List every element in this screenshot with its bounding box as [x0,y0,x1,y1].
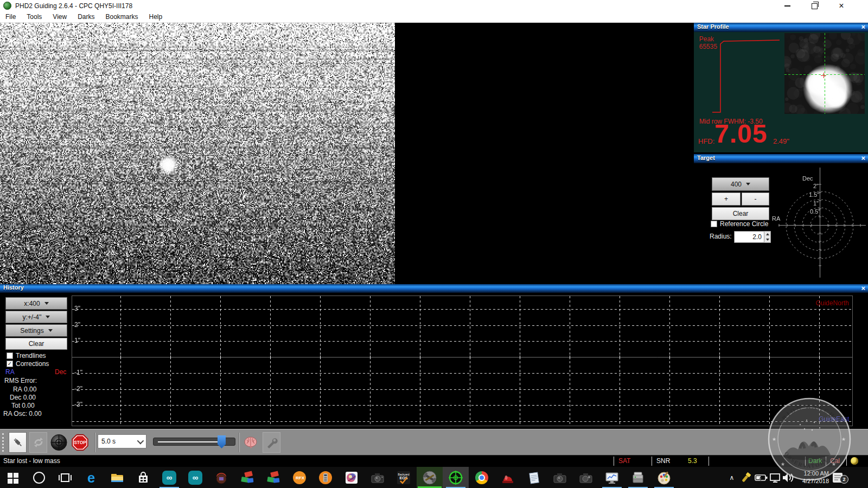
cortana-button[interactable] [26,467,52,488]
target-clear-button[interactable]: Clear [712,207,769,220]
toolbar-drag-handle[interactable] [2,433,6,452]
camera-app-button-2[interactable] [547,467,573,488]
rms-dec-label: Dec [10,394,21,401]
guide-camera-image[interactable] [0,23,395,284]
target-zoom-in-button[interactable]: + [712,192,741,206]
hfd-label: HFD: [698,137,714,145]
phd2-taskbar-button[interactable] [443,467,469,488]
file-explorer-button[interactable] [104,467,130,488]
store-bag-icon [136,470,151,485]
edge-button[interactable]: e [78,467,104,488]
helmet-app-button[interactable] [208,467,234,488]
status-separator [614,457,614,466]
close-button[interactable]: × [829,0,854,12]
corrections-checkbox[interactable]: ✓ [7,361,13,367]
cortana-icon [33,472,45,484]
menu-bookmarks[interactable]: Bookmarks [100,12,144,22]
store-button[interactable] [130,467,156,488]
tilted-cards-icon [240,470,255,485]
peak-label: Peak [699,35,714,43]
chevron-down-icon [137,437,144,444]
folder-icon [110,470,125,485]
slider-thumb[interactable] [218,435,226,448]
backyard-eos-button[interactable]: BackyardEOS [391,467,417,488]
history-ytick-label: 2" [74,321,80,329]
camera-app-button-3[interactable] [573,467,599,488]
history-title: History [3,284,24,291]
monitor-app-button[interactable] [599,467,625,488]
history-clear-button[interactable]: Clear [5,338,67,350]
dec-axis-label: Dec [802,175,813,182]
rms-tot-label: Tot [11,402,20,409]
minimize-button[interactable] [775,0,800,12]
notepad-app-button[interactable] [521,467,547,488]
history-titlebar[interactable]: History × [0,284,868,293]
history-xscale-dropdown[interactable]: x:400 [5,297,67,310]
minimize-icon [784,5,790,7]
rms-ra-value: 0.00 [24,386,36,393]
history-yscale-dropdown[interactable]: y:+/-4'' [5,311,67,323]
device-app-button[interactable] [625,467,651,488]
dec-guide-slider[interactable] [153,438,235,446]
target-close-icon[interactable]: × [861,154,865,163]
camera-app-button-1[interactable] [365,467,391,488]
camera-settings-button[interactable] [263,432,280,453]
task-view-button[interactable] [52,467,78,488]
restore-button[interactable] [802,0,827,12]
start-button[interactable] [0,467,26,488]
siren-app-button[interactable] [495,467,521,488]
stop-guiding-button[interactable]: STOP [71,432,89,453]
reference-circle-checkbox[interactable] [711,221,717,227]
menu-tools[interactable]: Tools [21,12,47,22]
connect-equipment-button[interactable] [9,432,27,453]
menu-file[interactable]: File [0,12,21,22]
tray-clock[interactable]: 12:00 AM 4/27/2018 [790,470,829,485]
chrome-icon [475,471,488,484]
auto-select-guide-star-button[interactable] [50,432,68,453]
camera-icon [578,470,593,485]
target-zoom-out-button[interactable]: - [742,192,769,206]
tray-network-button[interactable] [768,467,782,488]
menu-view[interactable]: View [47,12,72,22]
clock-time: 12:00 AM [790,470,829,477]
tray-battery-button[interactable] [754,467,768,488]
history-close-icon[interactable]: × [861,284,865,292]
menu-darks[interactable]: Darks [72,12,100,22]
trendlines-checkbox[interactable] [7,352,13,359]
loop-exposures-button[interactable] [29,432,47,453]
arduino-button-2[interactable]: ∞ [182,467,208,488]
rms-dec-row: Dec 0.00 [10,394,36,401]
target-titlebar[interactable]: Target × [694,154,868,163]
arduino-icon: ∞ [162,471,176,485]
chrome-button[interactable] [469,467,495,488]
usb-plug-icon [11,436,24,449]
loop-arrows-icon [32,436,45,449]
status-bar: Star lost - low mass SAT SNR 5.3 Dark Ca… [0,455,868,467]
menu-help[interactable]: Help [144,12,168,22]
star-profile-titlebar[interactable]: Star Profile × [694,23,868,32]
rms-ra-row: RA 0.00 [13,386,36,393]
advanced-settings-button[interactable] [242,432,260,453]
history-panel: History × x:400 y:+/-4'' Settings Clear … [0,284,868,426]
hand-controller-button[interactable] [312,467,339,488]
palette-app-button[interactable] [651,467,677,488]
toolbar-separator [239,433,240,452]
astro-app-button[interactable] [339,467,365,488]
history-xscale-value: x:400 [24,300,40,307]
arduino-button-1[interactable]: ∞ [156,467,182,488]
tray-expand-button[interactable]: ∧ [728,467,736,488]
target-bullseye-plot: Dec RA 2" 1.5" 1" 0.5" [770,163,868,282]
history-settings-dropdown[interactable]: Settings [5,324,67,337]
cards-app-button-1[interactable] [234,467,260,488]
rfx-app-button[interactable]: RFX [286,467,312,488]
ra-osc-readout: RA Osc: 0.00 [3,410,42,418]
status-separator [652,457,652,466]
radius-input[interactable]: 2.0 [734,231,764,243]
star-profile-close-icon[interactable]: × [861,23,865,31]
tray-torch-button[interactable] [740,467,752,488]
cards-app-button-2[interactable] [260,467,286,488]
dumbbell-app-button[interactable] [417,467,443,488]
ring-label-1_5: 1.5" [809,191,819,198]
target-scale-dropdown[interactable]: 400 [712,177,769,191]
exposure-select[interactable]: 5.0 s [98,434,146,448]
